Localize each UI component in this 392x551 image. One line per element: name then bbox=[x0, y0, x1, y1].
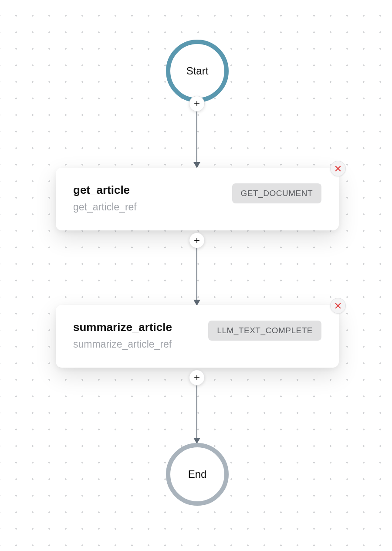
end-node[interactable]: End bbox=[166, 443, 229, 506]
plus-icon: + bbox=[194, 98, 200, 110]
arrow-head-icon bbox=[193, 162, 200, 168]
start-node[interactable]: Start bbox=[166, 40, 229, 102]
add-step-button[interactable]: + bbox=[189, 96, 205, 112]
step-card-get-article[interactable]: get_article get_article_ref GET_DOCUMENT bbox=[56, 168, 339, 230]
plus-icon: + bbox=[194, 234, 200, 247]
start-label: Start bbox=[186, 65, 209, 77]
close-icon bbox=[334, 165, 342, 172]
add-step-button[interactable]: + bbox=[189, 233, 205, 248]
flow-canvas[interactable]: Start + get_article get_article_ref GET_… bbox=[0, 0, 392, 551]
step-title: summarize_article bbox=[73, 321, 172, 334]
end-label: End bbox=[188, 468, 207, 480]
delete-step-button[interactable] bbox=[330, 161, 346, 176]
add-step-button[interactable]: + bbox=[189, 370, 205, 385]
step-card-summarize-article[interactable]: summarize_article summarize_article_ref … bbox=[56, 305, 339, 368]
plus-icon: + bbox=[194, 372, 200, 384]
connector bbox=[196, 112, 197, 163]
step-type-badge: LLM_TEXT_COMPLETE bbox=[208, 321, 321, 341]
step-type-badge: GET_DOCUMENT bbox=[232, 183, 321, 203]
connector bbox=[196, 248, 197, 301]
close-icon bbox=[334, 302, 342, 310]
step-title: get_article bbox=[73, 183, 137, 197]
step-ref: get_article_ref bbox=[73, 201, 137, 213]
delete-step-button[interactable] bbox=[330, 298, 346, 314]
step-ref: summarize_article_ref bbox=[73, 338, 172, 350]
connector bbox=[196, 385, 197, 439]
